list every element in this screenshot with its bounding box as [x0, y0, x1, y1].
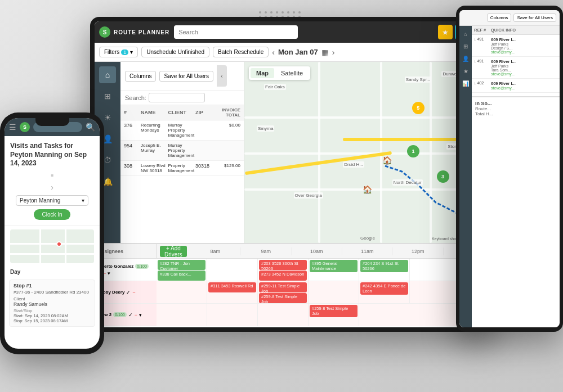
columns-button[interactable]: Columns	[125, 71, 156, 82]
driver-check-2[interactable]: ✓	[126, 290, 131, 295]
driver-chevron-1[interactable]: ▾	[108, 271, 110, 276]
phone-map-marker	[56, 241, 62, 247]
map-label-overgeorgia: Over Georgia	[294, 192, 323, 199]
collapse-button[interactable]: ‹	[217, 65, 227, 87]
driver-minus-3[interactable]: −	[135, 312, 137, 318]
tablet-sidebar-star-icon[interactable]: ★	[461, 66, 470, 75]
prev-date-button[interactable]: ‹	[272, 48, 275, 57]
task-block[interactable]: #259-11 Test Simple Job	[259, 282, 307, 292]
driver-minus-2[interactable]: −	[132, 290, 135, 295]
table-row[interactable]: 376 Recurring Mondays Murray Property Ma…	[120, 120, 244, 141]
time-10am: 10am	[292, 247, 342, 255]
tablet-row-1[interactable]: ↓ 491 609 River I... Jeff Parks Design /…	[472, 35, 560, 57]
task-block[interactable]: #895 General Maintenance	[310, 260, 358, 272]
left-panel: Columns Save for All Users ‹ Search: # N…	[120, 62, 244, 243]
tablet-sidebar: ⌂ ⊞ 👤 ★ 📊	[459, 26, 472, 327]
task-block[interactable]: #242 4354 E Ponce de Leon	[360, 282, 408, 295]
task-block[interactable]: #338 Call back...	[158, 271, 205, 281]
table-row[interactable]: 308 Lowery Blvd NW 30318 Property Manage…	[120, 161, 244, 176]
phone-menu-icon[interactable]: ☰	[9, 123, 16, 132]
task-block[interactable]: #273 3452 N Davidson	[259, 271, 307, 281]
task-block[interactable]: #204 234 S 91st St 50266	[360, 260, 408, 272]
chevron-down-icon: ▾	[130, 49, 133, 55]
phone-separator: ▪	[10, 168, 94, 183]
driver-check-3[interactable]: ✓	[128, 312, 133, 318]
tablet-info-header: QUICK INFO	[491, 28, 557, 33]
task-cell-c2-11am: #259-8 Test Simple Job	[309, 304, 359, 326]
phone-stop-title: Stop #1	[14, 283, 91, 289]
row-num: 308	[124, 163, 141, 169]
batch-reschedule-button[interactable]: Batch Reschedule	[213, 47, 269, 57]
sidebar-home-icon[interactable]: ⌂	[99, 66, 116, 83]
sidebar-grid-icon[interactable]: ⊞	[99, 88, 116, 105]
unschedule-button[interactable]: Unschedule Unfinished	[141, 47, 209, 57]
table-header: # NAME CLIENT ZIP INVOICE TOTAL	[120, 105, 244, 120]
save-all-users-button[interactable]: Save for All Users	[159, 71, 213, 82]
panel-toolbar: Columns Save for All Users ‹	[120, 62, 244, 91]
tablet-row-2[interactable]: ↓ 491 609 River I... Jeff Parks Tara Som…	[472, 57, 560, 79]
driver-chevron-3[interactable]: ▾	[139, 312, 142, 318]
map-tab-satellite[interactable]: Satellite	[275, 68, 309, 78]
search-label: Search:	[125, 94, 146, 101]
phone-dropdown-chevron-icon: ▾	[82, 197, 84, 204]
phone-nav-row: ›	[10, 183, 94, 192]
tablet-sidebar-home-icon[interactable]: ⌂	[461, 29, 470, 38]
add-drivers-button[interactable]: + Add Drivers	[160, 246, 187, 257]
time-11am: 11am	[342, 247, 393, 255]
task-cell-bd-10am: #259-11 Test Simple Job #259-8 Test Simp…	[258, 281, 309, 303]
logo-area: S ROUTE PLANNER	[99, 26, 169, 38]
tablet-sidebar-grid-icon[interactable]: ⊞	[461, 42, 470, 51]
map-tabs: Map Satellite	[249, 66, 310, 80]
task-cell-ag-1pm	[410, 259, 461, 281]
phone-screen: ☰ S 🔍 Visits and Tasks for Peyton Mannin…	[5, 118, 100, 349]
task-block[interactable]: #259-8 Test Simple Job	[259, 293, 307, 303]
task-cell-ag-8am: #282 TNR - Jon Customer #338 Call back..…	[157, 259, 207, 281]
row-name: Recurring Mondays	[141, 123, 168, 133]
time-9am: 9am	[241, 247, 292, 255]
map-home-pin-1[interactable]: 🏠	[382, 156, 392, 165]
filters-button[interactable]: Filters 1 ▾	[99, 47, 138, 57]
map-tab-map[interactable]: Map	[251, 68, 274, 78]
app-logo: S	[99, 26, 110, 38]
time-12pm: 12pm	[393, 247, 444, 255]
panel-search-input[interactable]	[149, 93, 205, 102]
calendar-icon[interactable]: ▦	[321, 48, 329, 57]
tablet-row-3[interactable]: ↓ 402 609 River I... steve@smy...	[472, 79, 560, 93]
task-cell-bd-12pm: #242 4354 E Ponce de Leon	[359, 281, 410, 303]
star-button[interactable]: ★	[438, 25, 453, 39]
tablet-sidebar-chart-icon[interactable]: 📊	[461, 79, 470, 88]
task-block[interactable]: #282 TNR - Jon Customer	[158, 260, 205, 270]
phone-driver-dropdown[interactable]: Peyton Manning ▾	[16, 195, 88, 206]
task-block[interactable]: #311 3453 Roswell Rd	[208, 282, 256, 292]
tablet-info-title: In So...	[475, 101, 556, 106]
col-header-zip: ZIP	[195, 110, 215, 115]
table-row[interactable]: 954 Joseph E. Murray Murray Property Man…	[120, 141, 244, 161]
col-header-num: #	[124, 110, 141, 115]
tablet-table-header: REF # QUICK INFO	[472, 26, 560, 35]
map-home-pin-2[interactable]: 🏠	[363, 185, 372, 194]
tablet-sidebar-person-icon[interactable]: 👤	[461, 54, 470, 63]
tablet-columns-button[interactable]: Columns	[487, 13, 512, 22]
task-block[interactable]: #259-8 Test Simple Job	[310, 305, 358, 317]
task-block[interactable]: #203 3526 360th St 50263	[259, 260, 307, 270]
current-date: Mon Jan 07	[278, 48, 318, 56]
next-date-button[interactable]: ›	[332, 48, 335, 57]
map-label-northdecatur: North Decatur	[392, 179, 423, 186]
map-marker-5[interactable]: 5	[412, 102, 425, 114]
tablet-screen: Columns Save for All Users ⌂ ⊞ 👤 ★ 📊 REF…	[459, 10, 560, 327]
phone-search-icon[interactable]: 🔍	[86, 123, 95, 132]
tablet-info-total: Total H...	[475, 111, 556, 116]
phone-stop-card[interactable]: Stop #1 #377-36 - 2400 Sandfiddler Rd 23…	[9, 280, 95, 327]
phone-nav-arrow[interactable]: ›	[51, 183, 53, 192]
second-bar: Filters 1 ▾ Unschedule Unfinished Batch …	[95, 43, 491, 62]
tablet-info-3: 609 River I... steve@smy...	[491, 81, 557, 90]
search-input[interactable]	[174, 25, 298, 39]
map-marker-3[interactable]: 3	[437, 170, 449, 183]
phone-clock-in-button[interactable]: Clock In	[34, 209, 70, 220]
phone-content: Day Stop #1 #377-36 - 2400 Sandfiddler R…	[5, 267, 100, 349]
tablet-device: Columns Save for All Users ⌂ ⊞ 👤 ★ 📊 REF…	[456, 6, 563, 332]
tablet-content: REF # QUICK INFO ↓ 491 609 River I... Je…	[472, 26, 560, 327]
tablet-ref-1: ↓ 491	[474, 37, 491, 41]
tablet-save-button[interactable]: Save for All Users	[513, 13, 556, 22]
tablet-ref-header: REF #	[474, 28, 491, 33]
